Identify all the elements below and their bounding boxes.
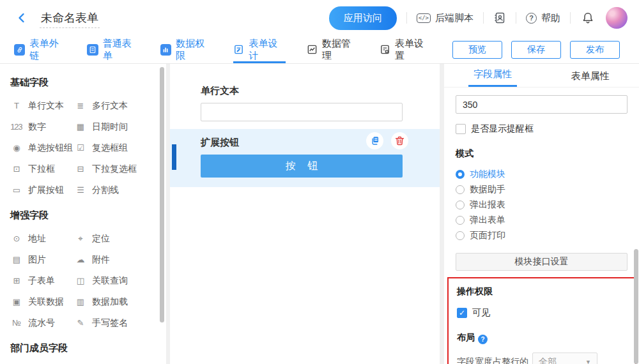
back-button[interactable] bbox=[13, 9, 31, 27]
field-width-input[interactable] bbox=[456, 95, 627, 114]
tab-data-permission[interactable]: 数据权限 bbox=[160, 36, 213, 63]
field-type-icon: ▥ bbox=[74, 297, 86, 307]
page-title[interactable]: 未命名表单 bbox=[40, 11, 100, 28]
field-type-item[interactable]: ⊙ 地址 bbox=[10, 228, 74, 249]
field-type-item[interactable]: 123 数字 bbox=[10, 116, 74, 137]
mode-radio-option[interactable]: 弹出报表 bbox=[456, 197, 627, 213]
visible-checkbox-label: 可见 bbox=[472, 307, 490, 319]
backend-script-button[interactable]: </> 后端脚本 bbox=[417, 12, 473, 24]
field-type-icon: ☰ bbox=[74, 185, 86, 195]
user-avatar[interactable] bbox=[606, 7, 627, 29]
layout-title: 布局? bbox=[457, 332, 627, 344]
visible-checkbox-row[interactable]: ✓ 可见 bbox=[457, 307, 627, 319]
app-header: 未命名表单 应用访问 </> 后端脚本 ? 帮助 bbox=[0, 0, 639, 36]
form-title-wrap[interactable]: 未命名表单 bbox=[40, 10, 100, 26]
permissions-title: 操作权限 bbox=[457, 286, 627, 298]
field-type-item[interactable]: ☑ 复选框组 bbox=[74, 137, 144, 158]
sidebar-section-enhanced: 增强字段 ⊙ 地址 ⌖ 定位 ▤ 图片 bbox=[10, 209, 166, 333]
field-type-item[interactable]: T 单行文本 bbox=[10, 95, 74, 116]
field-type-icon: ◫ bbox=[74, 276, 86, 285]
field-type-item[interactable]: № 流水号 bbox=[10, 312, 74, 333]
help-button[interactable]: ? 帮助 bbox=[526, 12, 560, 24]
module-api-settings-button[interactable]: 模块接口设置 bbox=[456, 253, 627, 271]
tabbar-action-button[interactable]: 保存 bbox=[511, 41, 561, 59]
field-type-item[interactable]: ◫ 关联查询 bbox=[74, 270, 144, 291]
field-type-item[interactable]: ☁ 附件 bbox=[74, 249, 144, 270]
section-title: 部门成员字段 bbox=[10, 342, 166, 354]
field-type-label: 日期时间 bbox=[92, 121, 128, 133]
reminder-checkbox-row[interactable]: 是否显示提醒框 bbox=[456, 123, 627, 135]
app-access-button[interactable]: 应用访问 bbox=[329, 6, 397, 30]
radio-icon[interactable] bbox=[456, 201, 465, 209]
line-chart-icon bbox=[306, 44, 317, 56]
field-type-label: 图片 bbox=[28, 254, 46, 266]
mode-radio-option[interactable]: 弹出表单 bbox=[456, 213, 627, 228]
field-type-item[interactable]: ⊞ 子表单 bbox=[10, 270, 74, 291]
mode-radio-option[interactable]: 页面打印 bbox=[456, 228, 627, 243]
canvas-field-extend-button-selected[interactable]: 扩展按钮 bbox=[170, 129, 440, 187]
copy-field-button[interactable] bbox=[366, 132, 383, 149]
tab-field-properties[interactable]: 字段属性 bbox=[444, 64, 542, 87]
tab-form-settings[interactable]: 表单设置 bbox=[380, 36, 432, 63]
checkbox-checked-icon[interactable]: ✓ bbox=[457, 308, 467, 318]
sidebar-section-basic: 基础字段 T 单行文本 ≣ 多行文本 123 数字 bbox=[10, 77, 166, 201]
tab-data-management[interactable]: 数据管理 bbox=[306, 36, 358, 63]
section-title: 基础字段 bbox=[10, 77, 166, 89]
mode-radio-option[interactable]: 功能模块 bbox=[456, 167, 627, 182]
field-type-icon: ▤ bbox=[10, 255, 22, 264]
trash-icon bbox=[394, 135, 405, 146]
field-type-item[interactable]: ⌖ 定位 bbox=[74, 228, 144, 249]
radio-icon[interactable] bbox=[456, 170, 465, 179]
field-type-icon: T bbox=[10, 101, 22, 110]
field-type-item[interactable]: ◉ 单选按钮组 bbox=[10, 137, 74, 158]
field-type-item[interactable]: ▦ 日期时间 bbox=[74, 116, 144, 137]
tab-label: 数据管理 bbox=[322, 38, 359, 62]
field-type-label: 单行文本 bbox=[28, 100, 64, 112]
extend-button-preview[interactable]: 按 钮 bbox=[201, 155, 403, 178]
sidebar-scrollbar[interactable] bbox=[160, 67, 164, 322]
panel-gap bbox=[440, 64, 444, 364]
radio-icon[interactable] bbox=[456, 185, 465, 194]
single-line-text-input[interactable] bbox=[201, 103, 403, 121]
divider bbox=[570, 12, 571, 24]
field-type-label: 定位 bbox=[92, 233, 110, 245]
field-type-item[interactable]: ▥ 数据加载 bbox=[74, 291, 144, 312]
field-type-item[interactable]: ♟ 成员多选 bbox=[74, 361, 144, 364]
field-type-item[interactable]: ▣ 关联数据 bbox=[10, 291, 74, 312]
field-type-item[interactable]: ≣ 多行文本 bbox=[74, 95, 144, 116]
tab-label: 表单设置 bbox=[395, 38, 432, 62]
tab-form-external-link[interactable]: 表单外链 bbox=[14, 36, 66, 63]
checkbox-unchecked-icon[interactable] bbox=[456, 124, 466, 134]
section-title: 增强字段 bbox=[10, 209, 166, 222]
field-type-label: 地址 bbox=[28, 233, 46, 245]
canvas-field-text[interactable]: 单行文本 bbox=[170, 85, 440, 121]
field-type-item[interactable]: ♟ 成员单选 bbox=[10, 361, 74, 364]
field-type-item[interactable]: ⊟ 下拉复选框 bbox=[74, 158, 144, 179]
help-tip-icon[interactable]: ? bbox=[478, 335, 488, 344]
bell-icon bbox=[581, 11, 594, 24]
field-type-label: 流水号 bbox=[28, 317, 55, 329]
tabbar-action-button[interactable]: 发布 bbox=[570, 41, 620, 59]
select-value: 全部 bbox=[539, 356, 557, 364]
tab-form-design[interactable]: 表单设计 bbox=[233, 36, 286, 63]
radio-icon[interactable] bbox=[456, 231, 465, 240]
contacts-book-button[interactable] bbox=[493, 11, 506, 24]
field-type-icon: ≣ bbox=[74, 101, 86, 110]
delete-field-button[interactable] bbox=[391, 132, 408, 149]
tab-normal-form[interactable]: 普通表单 bbox=[87, 36, 139, 63]
chevron-down-icon: ▼ bbox=[585, 359, 591, 364]
field-type-item[interactable]: ▭ 扩展按钮 bbox=[10, 179, 74, 201]
field-type-item[interactable]: ☰ 分割线 bbox=[74, 179, 144, 201]
tabbar-action-button[interactable]: 预览 bbox=[452, 41, 502, 59]
notifications-button[interactable] bbox=[581, 11, 594, 24]
field-type-item[interactable]: ✎ 手写签名 bbox=[74, 312, 144, 333]
radio-icon[interactable] bbox=[456, 216, 465, 225]
field-width-select[interactable]: 全部 ▼ bbox=[532, 353, 597, 364]
field-type-item[interactable]: ⊡ 下拉框 bbox=[10, 158, 74, 179]
mode-radio-option[interactable]: 数据助手 bbox=[456, 182, 627, 197]
panel-scrollbar[interactable] bbox=[634, 249, 638, 364]
form-tabbar: 表单外链 普通表单 数据权限 表单设计 数据管理 表单设置 预览 保 bbox=[0, 36, 639, 64]
field-type-icon: ⊞ bbox=[10, 276, 22, 285]
field-type-item[interactable]: ▤ 图片 bbox=[10, 249, 74, 270]
tab-form-properties[interactable]: 表单属性 bbox=[542, 64, 639, 87]
